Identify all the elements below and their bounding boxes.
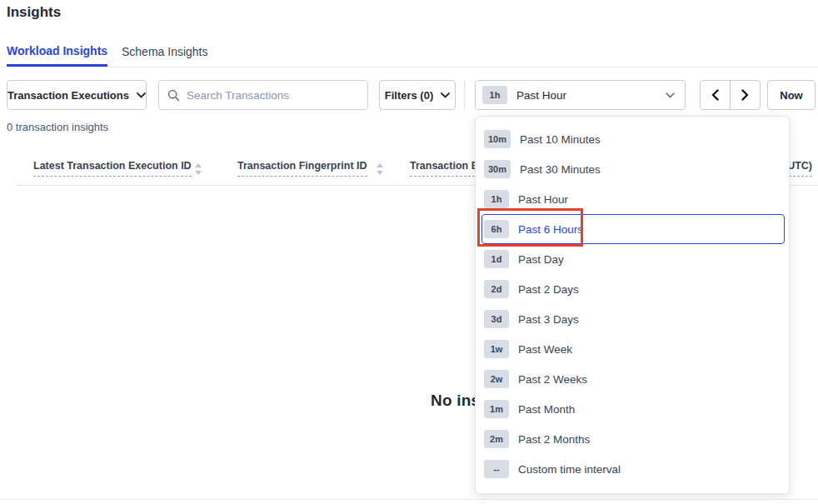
menu-item-past-2-weeks[interactable]: 2w Past 2 Weeks [481,364,785,394]
interval-label: Past 2 Weeks [518,373,587,386]
interval-label: Past 30 Minutes [520,163,601,176]
menu-item-past-hour[interactable]: 1h Past Hour [481,184,785,214]
search-icon [167,89,180,102]
column-header-transaction-fingerprint-id[interactable]: Transaction Fingerprint ID [237,160,367,177]
interval-badge: 2d [484,280,509,298]
interval-badge: 6h [484,220,509,238]
interval-badge: 1d [484,250,509,268]
interval-label: Past 6 Hours [518,223,583,236]
menu-item-past-2-months[interactable]: 2m Past 2 Months [481,424,785,454]
time-interval-menu: 10m Past 10 Minutes 30m Past 30 Minutes … [475,116,790,494]
interval-badge: 3d [484,310,509,328]
interval-label: Past 2 Months [518,433,590,446]
menu-item-past-2-days[interactable]: 2d Past 2 Days [481,274,785,304]
chevron-down-icon [441,92,450,98]
search-input[interactable]: Search Transactions [158,80,368,110]
page-bottom-divider [0,499,818,500]
chevron-down-icon [666,92,675,98]
interval-label: Past 10 Minutes [520,133,601,146]
menu-item-past-3-days[interactable]: 3d Past 3 Days [481,304,785,334]
tab-schema-insights[interactable]: Schema Insights [122,37,208,67]
sort-icon[interactable] [195,163,202,175]
interval-label: Past 3 Days [518,313,579,326]
chevron-left-icon [711,89,719,101]
next-interval-button[interactable] [731,81,761,109]
column-header-latest-transaction-execution-id[interactable]: Latest Transaction Execution ID [33,160,192,177]
search-placeholder: Search Transactions [187,89,289,102]
toolbar-divider [464,81,465,109]
interval-badge: 2m [484,430,509,448]
time-interval-badge: 1h [482,86,507,104]
menu-item-past-day[interactable]: 1d Past Day [481,244,785,274]
interval-badge: 1m [484,400,509,418]
chevron-down-icon [137,92,146,98]
menu-item-past-30-minutes[interactable]: 30m Past 30 Minutes [481,154,785,184]
insights-count: 0 transaction insights [7,121,108,133]
time-step-buttons [700,80,761,110]
interval-label: Past Hour [518,193,568,206]
menu-item-past-week[interactable]: 1w Past Week [481,334,785,364]
interval-label: Past Week [518,343,572,356]
filters-button[interactable]: Filters (0) [379,80,456,110]
menu-item-past-6-hours[interactable]: 6h Past 6 Hours [481,214,785,244]
interval-badge: 10m [484,130,511,148]
interval-badge: -- [484,460,509,478]
interval-label: Past Day [518,253,564,266]
interval-label: Custom time interval [518,463,621,476]
tab-workload-insights[interactable]: Workload Insights [7,37,107,67]
interval-badge: 1w [484,340,509,358]
page-title: Insights [7,4,61,21]
tab-schema-label: Schema Insights [122,45,208,58]
time-interval-dropdown[interactable]: 1h Past Hour [475,80,686,110]
interval-badge: 1h [484,190,509,208]
time-interval-label: Past Hour [516,89,566,102]
menu-item-past-month[interactable]: 1m Past Month [481,394,785,424]
menu-item-custom-time-interval[interactable]: -- Custom time interval [481,454,785,484]
interval-label: Past Month [518,403,575,416]
view-select-dropdown[interactable]: Transaction Executions [7,80,147,110]
view-select-label: Transaction Executions [7,89,129,102]
sort-icon[interactable] [377,163,383,175]
menu-item-past-10-minutes[interactable]: 10m Past 10 Minutes [481,124,785,154]
now-button[interactable]: Now [767,80,816,110]
tab-workload-label: Workload Insights [7,44,107,57]
filters-label: Filters (0) [385,89,434,102]
chevron-right-icon [741,89,749,101]
tab-bar: Workload Insights Schema Insights [0,37,818,67]
interval-badge: 30m [484,160,511,178]
now-label: Now [780,89,802,102]
interval-label: Past 2 Days [518,283,579,296]
previous-interval-button[interactable] [701,81,731,109]
interval-badge: 2w [484,370,509,388]
